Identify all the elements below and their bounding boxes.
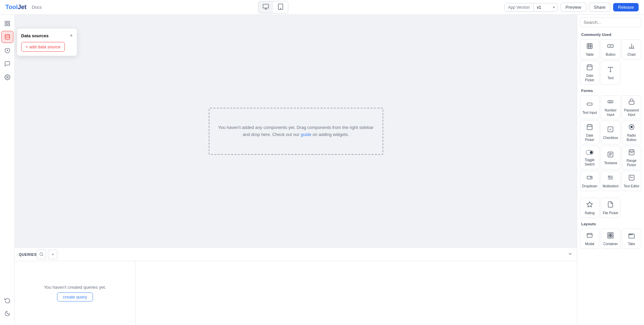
sidebar-icon-undo[interactable] xyxy=(1,294,13,306)
svg-line-10 xyxy=(42,255,43,256)
right-sidebar: Commonly Used Table Button Chart xyxy=(577,15,644,325)
text-widget-icon xyxy=(607,66,614,75)
textinput-widget-icon xyxy=(586,101,593,109)
share-button[interactable]: Share xyxy=(589,3,611,12)
section-title-layouts: Layouts xyxy=(577,219,644,227)
add-datasource-button[interactable]: + add data source xyxy=(21,42,65,52)
widget-range-picker-label: Range Picker xyxy=(624,158,640,167)
filepicker-widget-icon xyxy=(607,201,614,210)
widget-modal[interactable]: Modal xyxy=(580,229,599,249)
widget-dropdown[interactable]: Dropdown xyxy=(580,171,599,191)
section-title-commonly-used: Commonly Used xyxy=(577,30,644,38)
sidebar-icon-settings[interactable] xyxy=(1,71,13,83)
svg-rect-64 xyxy=(611,234,612,235)
numberinput-widget-icon: 21 xyxy=(607,98,614,107)
datasource-popup-header: Data sources + xyxy=(21,33,73,39)
widget-checkbox[interactable]: Checkbox xyxy=(601,121,620,144)
widget-button[interactable]: Button xyxy=(601,39,620,59)
widget-text-editor[interactable]: Text Editor xyxy=(622,171,641,191)
svg-rect-65 xyxy=(609,236,610,237)
widget-search-input[interactable] xyxy=(580,17,641,27)
tablet-view-button[interactable] xyxy=(273,1,288,13)
widget-file-picker-label: File Picker xyxy=(603,211,618,215)
widget-tabs-label: Tabs xyxy=(628,242,635,246)
modal-widget-icon xyxy=(586,232,593,240)
queries-header: QUERIES + xyxy=(15,248,577,261)
widget-modal-label: Modal xyxy=(585,242,594,246)
widget-toggle-switch[interactable]: Toggle Switch xyxy=(580,146,599,170)
topbar-left: ToolJet Docs xyxy=(5,4,42,11)
desktop-view-button[interactable] xyxy=(258,1,273,13)
button-widget-icon xyxy=(607,43,614,51)
widget-text[interactable]: Text xyxy=(601,61,620,85)
svg-rect-66 xyxy=(611,236,612,237)
dropdown-widget-icon xyxy=(586,174,593,183)
widget-password-input[interactable]: Password Input xyxy=(622,95,641,119)
section-title-forms: Forms xyxy=(577,86,644,94)
datasource-add-icon-button[interactable]: + xyxy=(70,33,73,39)
logo-tool: Tool xyxy=(5,4,18,10)
widget-multiselect[interactable]: Multiselect xyxy=(601,171,620,191)
docs-link[interactable]: Docs xyxy=(32,5,42,10)
sidebar-icon-datasources[interactable] xyxy=(1,31,13,43)
queries-search-button[interactable] xyxy=(37,250,46,259)
topbar-center xyxy=(258,1,288,13)
canvas-area: You haven't added any components yet. Dr… xyxy=(15,15,577,247)
widget-radio-button-label: Radio Button xyxy=(624,133,640,142)
widget-container-label: Container xyxy=(603,242,618,246)
svg-rect-28 xyxy=(587,103,592,105)
queries-actions: + xyxy=(37,250,57,259)
widget-text-input-label: Text Input xyxy=(582,110,597,115)
sidebar-icon-darkmode[interactable] xyxy=(1,308,13,320)
widget-datepicker-common[interactable]: Date Picker xyxy=(580,61,599,85)
widget-tabs[interactable]: Tabs xyxy=(622,229,641,249)
datepicker-widget-icon xyxy=(586,64,593,72)
svg-rect-60 xyxy=(587,233,592,237)
svg-rect-51 xyxy=(587,176,592,179)
app-version-container: App Version v1 ▾ xyxy=(504,3,558,12)
svg-point-41 xyxy=(590,151,593,154)
radiobutton-widget-icon xyxy=(628,124,635,132)
widget-chart[interactable]: Chart xyxy=(622,39,641,59)
queries-list: You haven't created queries yet. create … xyxy=(15,261,136,325)
logo: ToolJet xyxy=(5,4,27,11)
guide-link[interactable]: guide xyxy=(301,132,311,137)
preview-button[interactable]: Preview xyxy=(560,3,586,12)
table-widget-icon xyxy=(586,43,593,51)
svg-rect-67 xyxy=(629,234,634,238)
toggle-widget-icon xyxy=(586,149,593,156)
queries-add-button[interactable]: + xyxy=(48,250,57,259)
datasource-popup: Data sources + + add data source xyxy=(17,28,77,56)
svg-rect-33 xyxy=(587,125,592,130)
rating-widget-icon xyxy=(586,201,593,210)
widget-container[interactable]: Container xyxy=(601,229,620,249)
widget-multiselect-label: Multiselect xyxy=(603,184,618,188)
widget-table[interactable]: Table xyxy=(580,39,599,59)
widget-textarea[interactable]: Textarea xyxy=(601,146,620,170)
release-button[interactable]: Release xyxy=(613,3,639,11)
svg-point-39 xyxy=(630,126,633,128)
sidebar-icon-pages[interactable] xyxy=(1,17,13,30)
widget-file-picker[interactable]: File Picker xyxy=(601,198,620,218)
sidebar-icon-debugger[interactable] xyxy=(1,44,13,56)
widget-rating[interactable]: Rating xyxy=(580,198,599,218)
widget-radio-button[interactable]: Radio Button xyxy=(622,121,641,144)
widget-text-editor-label: Text Editor xyxy=(624,184,639,188)
texteditor-widget-icon xyxy=(628,174,635,183)
widget-range-picker[interactable]: Range Picker xyxy=(622,146,641,170)
sidebar-icon-comments[interactable] xyxy=(1,58,13,70)
widget-number-input-label: Number Input xyxy=(602,108,618,117)
passwordinput-widget-icon xyxy=(628,98,635,107)
queries-expand-button[interactable] xyxy=(567,251,573,258)
widget-text-input[interactable]: Text Input xyxy=(580,95,599,119)
svg-rect-3 xyxy=(5,21,7,23)
textarea-widget-icon xyxy=(607,151,614,159)
canvas-empty-text: You haven't added any components yet. Dr… xyxy=(218,124,374,138)
widget-datepicker-forms[interactable]: Date Picker xyxy=(580,121,599,144)
app-version-value[interactable]: v1 xyxy=(534,3,551,11)
create-query-button[interactable]: create query xyxy=(57,292,93,301)
datasource-popup-title: Data sources xyxy=(21,33,49,38)
svg-point-8 xyxy=(6,77,8,78)
svg-rect-5 xyxy=(5,24,7,26)
widget-number-input[interactable]: 21 Number Input xyxy=(601,95,620,119)
